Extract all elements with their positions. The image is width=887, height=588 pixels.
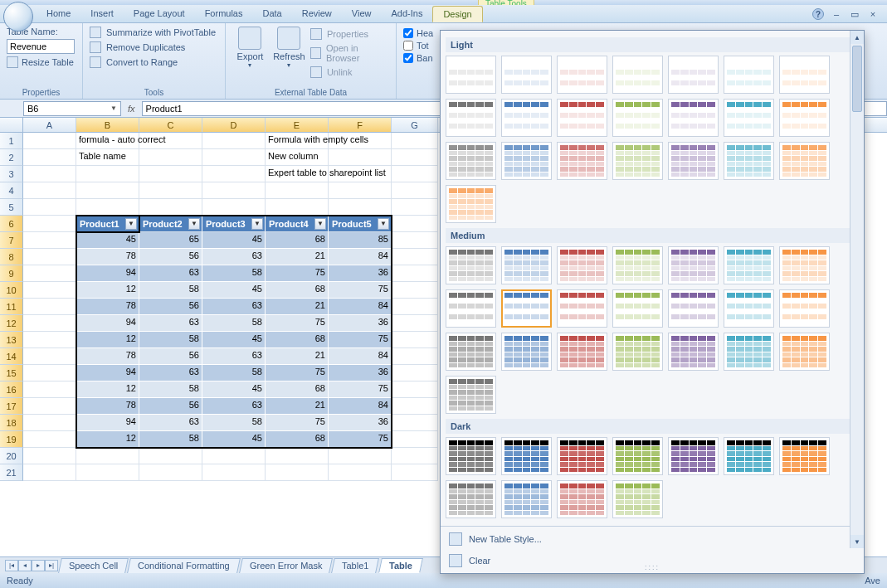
table-style-swatch[interactable] (779, 99, 830, 137)
cell[interactable] (23, 348, 76, 365)
filter-dropdown-icon[interactable]: ▼ (251, 218, 263, 230)
cell[interactable] (392, 199, 438, 216)
table-cell[interactable]: 56 (139, 348, 202, 365)
table-cell[interactable]: 45 (202, 431, 266, 448)
col-header-D[interactable]: D (202, 118, 266, 132)
table-cell[interactable]: 45 (202, 381, 266, 398)
table-style-swatch[interactable] (612, 289, 663, 328)
table-style-swatch[interactable] (668, 246, 719, 284)
cell[interactable] (266, 182, 329, 199)
cell[interactable] (392, 133, 438, 149)
cell[interactable] (139, 182, 202, 199)
cell[interactable] (392, 232, 438, 249)
table-cell[interactable]: 58 (202, 265, 266, 282)
cell[interactable] (76, 464, 139, 481)
table-style-swatch[interactable] (779, 333, 830, 371)
table-style-swatch[interactable] (779, 246, 830, 284)
table-cell[interactable]: 85 (329, 232, 392, 249)
table-cell[interactable]: 84 (329, 348, 392, 365)
table-style-swatch[interactable] (446, 99, 496, 137)
row-header[interactable]: 11 (0, 299, 23, 315)
scroll-thumb[interactable] (852, 46, 862, 112)
table-style-swatch[interactable] (612, 480, 663, 518)
table-cell[interactable]: 21 (266, 398, 329, 415)
table-cell[interactable]: 94 (76, 265, 139, 282)
cell[interactable] (392, 216, 438, 232)
table-cell[interactable]: 78 (76, 398, 139, 415)
table-style-swatch[interactable] (668, 99, 719, 137)
filter-dropdown-icon[interactable]: ▼ (188, 218, 200, 230)
row-header[interactable]: 2 (0, 149, 23, 166)
cell[interactable] (392, 182, 438, 199)
table-cell[interactable]: 58 (139, 431, 202, 448)
table-cell[interactable]: 78 (76, 299, 139, 315)
table-cell[interactable]: 36 (329, 315, 392, 332)
cell[interactable]: Table name (76, 149, 139, 166)
table-style-swatch[interactable] (668, 142, 719, 180)
table-style-swatch[interactable] (446, 333, 496, 371)
table-cell[interactable]: 63 (202, 249, 266, 265)
chevron-down-icon[interactable]: ▼ (110, 104, 117, 112)
table-cell[interactable]: 63 (202, 348, 266, 365)
table-cell[interactable]: 63 (139, 415, 202, 431)
table-style-swatch[interactable] (612, 246, 663, 284)
table-style-swatch[interactable] (779, 289, 830, 328)
row-header[interactable]: 3 (0, 166, 23, 182)
cell[interactable] (23, 415, 76, 431)
row-header[interactable]: 18 (0, 415, 23, 431)
ribbon-tab-design[interactable]: Design (432, 6, 482, 22)
cell[interactable] (329, 149, 392, 166)
cell[interactable] (392, 299, 438, 315)
row-header[interactable]: 10 (0, 282, 23, 299)
resize-grip-icon[interactable]: :::: (645, 563, 660, 571)
cell[interactable] (23, 166, 76, 182)
table-style-swatch[interactable] (446, 480, 496, 518)
cell[interactable] (202, 133, 266, 149)
table-style-swatch[interactable] (724, 142, 774, 180)
ribbon-tab-add-ins[interactable]: Add-Ins (381, 6, 432, 22)
col-header-B[interactable]: B (76, 118, 139, 132)
table-style-swatch[interactable] (724, 333, 774, 371)
table-style-swatch[interactable] (612, 56, 663, 94)
restore-window-icon[interactable]: ▭ (849, 8, 860, 20)
table-style-swatch[interactable] (724, 246, 774, 284)
cell[interactable] (392, 149, 438, 166)
tool-summarize-with-pivottable[interactable]: Summarize with PivotTable (90, 27, 218, 38)
cell[interactable] (23, 199, 76, 216)
col-header-G[interactable]: G (392, 118, 438, 132)
table-cell[interactable]: 58 (202, 365, 266, 381)
table-style-swatch[interactable] (724, 289, 774, 328)
table-style-swatch[interactable] (557, 480, 607, 518)
table-cell[interactable]: 75 (329, 431, 392, 448)
table-cell[interactable]: 12 (76, 282, 139, 299)
select-all-corner[interactable] (0, 118, 23, 132)
table-cell[interactable]: 75 (329, 381, 392, 398)
table-header[interactable]: Product3▼ (202, 216, 266, 232)
row-header[interactable]: 21 (0, 464, 23, 481)
cell[interactable] (392, 415, 438, 431)
row-header[interactable]: 12 (0, 315, 23, 332)
table-cell[interactable]: 78 (76, 249, 139, 265)
table-header[interactable]: Product4▼ (266, 216, 329, 232)
cell[interactable] (139, 149, 202, 166)
table-header[interactable]: Product1▼ (76, 216, 139, 232)
cell[interactable] (329, 464, 392, 481)
row-header[interactable]: 15 (0, 365, 23, 381)
table-cell[interactable]: 45 (202, 232, 266, 249)
table-cell[interactable]: 84 (329, 249, 392, 265)
cell[interactable] (202, 464, 266, 481)
cell[interactable] (76, 182, 139, 199)
cell[interactable] (23, 332, 76, 348)
table-cell[interactable]: 84 (329, 398, 392, 415)
cell[interactable] (23, 249, 76, 265)
row-header[interactable]: 5 (0, 199, 23, 216)
table-cell[interactable]: 45 (202, 332, 266, 348)
tool-remove-duplicates[interactable]: Remove Duplicates (90, 41, 218, 53)
table-cell[interactable]: 75 (266, 265, 329, 282)
table-style-swatch[interactable] (501, 142, 552, 180)
cell[interactable] (392, 265, 438, 282)
ribbon-tab-home[interactable]: Home (37, 6, 80, 22)
table-cell[interactable]: 63 (202, 299, 266, 315)
table-cell[interactable]: 75 (266, 415, 329, 431)
table-cell[interactable]: 45 (202, 282, 266, 299)
